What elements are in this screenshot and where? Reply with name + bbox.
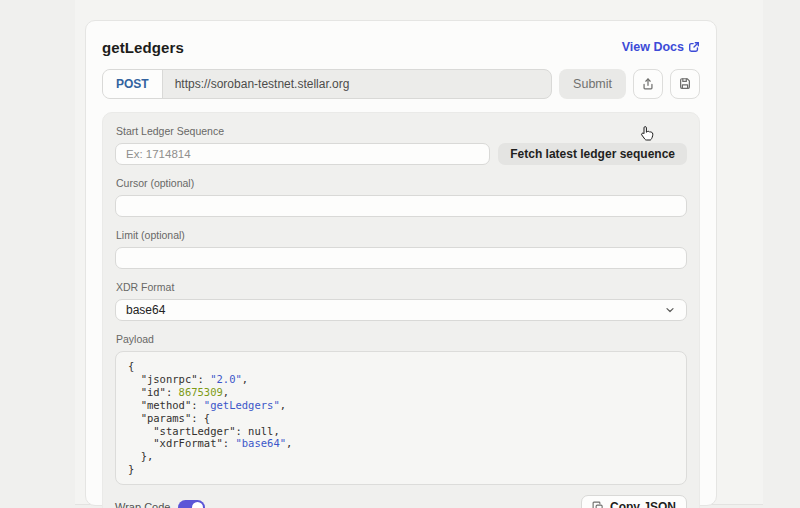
wrap-code-label: Wrap Code: [115, 501, 170, 508]
payload-code[interactable]: { "jsonrpc": "2.0", "id": 8675309, "meth…: [115, 351, 687, 485]
endpoint-card: getLedgers View Docs POST https://soroba…: [85, 20, 717, 506]
payload-label: Payload: [116, 333, 687, 345]
params-panel: Start Ledger Sequence Fetch latest ledge…: [102, 112, 700, 508]
save-button[interactable]: [670, 69, 700, 99]
panel-footer: Wrap Code Copy JSON: [115, 495, 687, 508]
wrap-code-toggle[interactable]: [178, 500, 205, 508]
field-limit: Limit (optional): [115, 229, 687, 269]
view-docs-link[interactable]: View Docs: [622, 40, 700, 54]
toggle-knob: [192, 502, 203, 508]
copy-json-button[interactable]: Copy JSON: [581, 495, 687, 508]
xdr-format-select[interactable]: base64: [115, 299, 687, 321]
method-badge: POST: [103, 70, 163, 98]
submit-button[interactable]: Submit: [559, 69, 626, 99]
field-start-ledger: Start Ledger Sequence Fetch latest ledge…: [115, 125, 687, 165]
save-icon: [678, 77, 692, 91]
xdr-format-label: XDR Format: [116, 281, 687, 293]
url-pill: POST https://soroban-testnet.stellar.org: [102, 69, 552, 99]
view-docs-label: View Docs: [622, 40, 684, 54]
external-link-icon: [688, 41, 700, 53]
cursor-label: Cursor (optional): [116, 177, 687, 189]
card-header: getLedgers View Docs: [102, 35, 700, 59]
field-cursor: Cursor (optional): [115, 177, 687, 217]
share-icon: [641, 77, 655, 91]
page-title: getLedgers: [102, 39, 184, 56]
fetch-latest-ledger-button[interactable]: Fetch latest ledger sequence: [498, 143, 687, 165]
start-ledger-input[interactable]: [115, 143, 490, 165]
field-payload: Payload { "jsonrpc": "2.0", "id": 867530…: [115, 333, 687, 485]
copy-icon: [592, 501, 604, 508]
limit-input[interactable]: [115, 247, 687, 269]
url-input[interactable]: https://soroban-testnet.stellar.org: [163, 70, 551, 98]
start-ledger-label: Start Ledger Sequence: [116, 125, 687, 137]
copy-json-label: Copy JSON: [610, 500, 676, 508]
chevron-down-icon: [664, 304, 676, 316]
cursor-input[interactable]: [115, 195, 687, 217]
share-button[interactable]: [633, 69, 663, 99]
request-bar: POST https://soroban-testnet.stellar.org…: [102, 69, 700, 99]
xdr-format-selected-value: base64: [126, 303, 165, 317]
limit-label: Limit (optional): [116, 229, 687, 241]
field-xdr-format: XDR Format base64: [115, 281, 687, 321]
